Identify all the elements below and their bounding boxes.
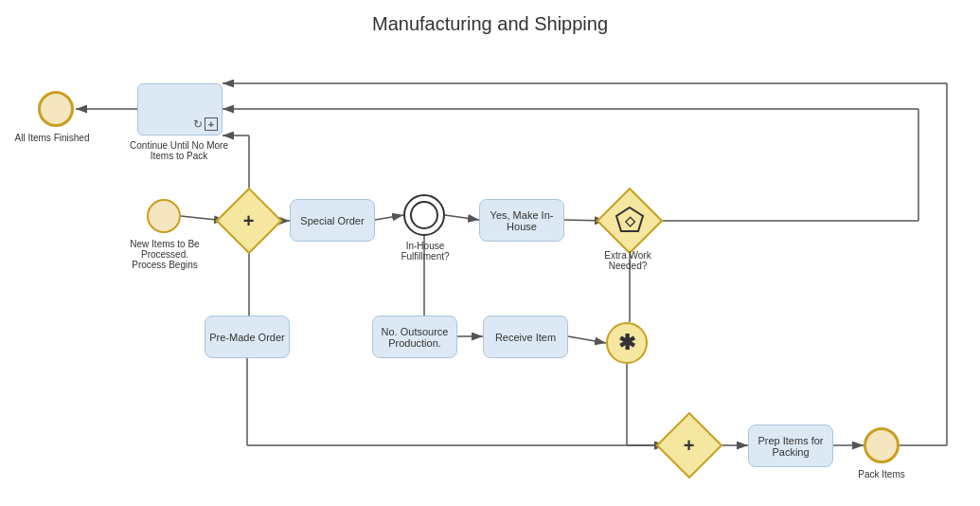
parallel-asterisk-gateway: ✱ [606, 322, 648, 364]
svg-line-14 [568, 336, 606, 343]
no-outsource-task[interactable]: No. Outsource Production. [372, 316, 457, 358]
plus-box-icon: + [205, 117, 218, 131]
inhouse-fulfillment-label: In-House Fulfillment? [383, 241, 468, 262]
parallel-split-gateway: + [225, 197, 273, 244]
svg-line-6 [375, 215, 403, 220]
new-items-start-event [147, 199, 181, 233]
special-order-task[interactable]: Special Order [290, 199, 375, 242]
svg-line-7 [445, 215, 479, 220]
continue-subprocess[interactable]: ↻ + [137, 83, 223, 136]
extra-work-gateway-svg [614, 205, 646, 237]
svg-marker-29 [616, 208, 643, 231]
inhouse-fulfillment-gateway [403, 194, 445, 236]
inhouse-inner [410, 201, 438, 229]
page-title: Manufacturing and Shipping [0, 13, 980, 35]
pack-items-event [864, 427, 900, 463]
all-items-finished-event [38, 91, 74, 127]
extra-work-label: Extra Work Needed? [585, 250, 670, 271]
new-items-start-label: New Items to Be Processed. Process Begin… [123, 239, 206, 270]
receive-item-task[interactable]: Receive Item [483, 316, 568, 358]
loop-icon: ↻ [193, 117, 203, 131]
pack-items-label: Pack Items [845, 469, 918, 479]
parallel-split-icon: + [243, 210, 255, 232]
continue-subprocess-label: Continue Until No More Items to Pack [127, 140, 231, 161]
parallel-join-icon: + [684, 435, 695, 457]
parallel-join-gateway: + [666, 422, 713, 469]
yes-make-inhouse-task[interactable]: Yes, Make In-House [479, 199, 564, 242]
all-items-finished-label: All Items Finished [9, 133, 95, 143]
prep-items-task[interactable]: Prep Items for Packing [748, 425, 833, 467]
pre-made-order-task[interactable]: Pre-Made Order [205, 316, 290, 358]
